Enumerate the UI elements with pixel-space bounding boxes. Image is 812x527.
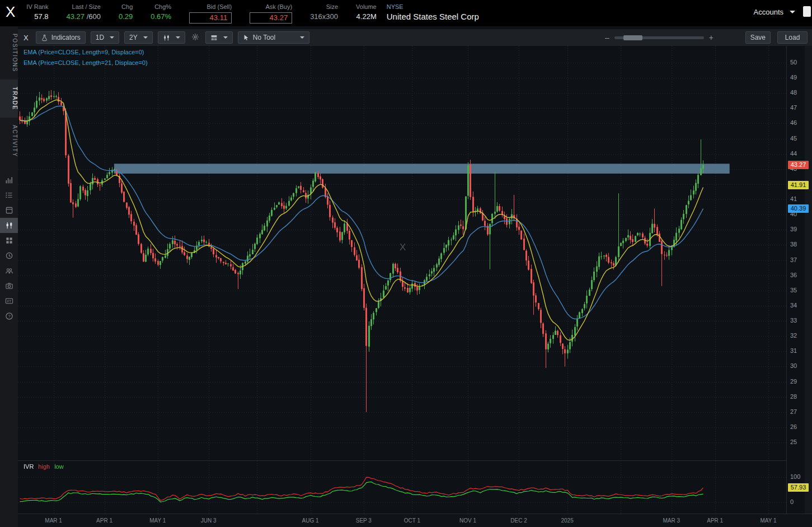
history-icon <box>5 251 13 260</box>
field-value: 316x300 <box>310 12 338 21</box>
study-label-ema21[interactable]: EMA (Price=CLOSE, Length=21, Displace=0) <box>24 59 148 66</box>
sidebar-tool-ft[interactable]: FT <box>0 293 18 309</box>
sidebar-tool-metrics[interactable] <box>0 172 18 188</box>
chart-toolbar: X Indicators 1D 2Y <box>18 29 812 46</box>
sidebar-tool-help[interactable]: ? <box>0 309 18 324</box>
list-icon <box>5 191 13 199</box>
price-tick-25: 25 <box>790 439 797 445</box>
header-field-bid-sell[interactable]: Bid (Sell)43.11 <box>189 3 232 24</box>
ivr-badge: 57.93 <box>788 483 809 492</box>
load-button[interactable]: Load <box>777 31 808 44</box>
ivr-title: IVR <box>24 463 34 470</box>
range-dropdown[interactable]: 2Y <box>124 31 153 44</box>
field-label: Ask (Buy) <box>250 3 292 10</box>
header-field-last-size: Last / Size43.27 /600 <box>66 3 100 24</box>
candles-icon <box>5 221 13 230</box>
price-tick-30: 30 <box>790 362 797 369</box>
exchange-label: NYSE <box>387 3 479 10</box>
price-tick-36: 36 <box>790 272 797 278</box>
ivr-high-label: high <box>38 463 50 470</box>
field-value: 43.11 <box>189 12 232 24</box>
header-field-ask-buy[interactable]: Ask (Buy)43.27 <box>250 3 292 24</box>
titlebar-widget[interactable] <box>803 6 811 17</box>
chart-settings-button[interactable] <box>190 31 200 44</box>
sidebar-tool-list[interactable] <box>0 188 18 203</box>
symbol-ticker: X <box>6 3 15 20</box>
indicators-label: Indicators <box>51 34 81 41</box>
time-label-apr-1: APR 1 <box>88 517 121 524</box>
time-label-jun-3: JUN 3 <box>192 517 226 524</box>
time-label-mar-1: MAR 1 <box>37 517 71 524</box>
left-sidebar: POSITIONSTRADEACTIVITY FT? <box>0 26 18 527</box>
field-label: Last / Size <box>66 3 100 10</box>
price-tick-41: 41 <box>790 195 797 202</box>
price-tick-31: 31 <box>790 347 797 354</box>
zoom-slider[interactable] <box>614 36 704 39</box>
time-label-mar-3: MAR 3 <box>655 517 688 524</box>
layouts-icon <box>210 34 218 41</box>
timeframe-dropdown[interactable]: 1D <box>91 31 119 44</box>
field-value: 43.27 <box>250 12 292 24</box>
zoom-slider-handle[interactable] <box>623 35 642 40</box>
layouts-dropdown[interactable] <box>205 31 233 44</box>
indicators-button[interactable]: Indicators <box>36 31 86 44</box>
zoom-in-button[interactable]: + <box>709 33 714 42</box>
field-label: IV Rank <box>26 3 48 10</box>
sidebar-tool-camera[interactable] <box>0 278 18 293</box>
sidebar-tool-package[interactable] <box>0 203 18 218</box>
header-field-chg: Chg%0.67% <box>151 3 171 24</box>
save-button[interactable]: Save <box>745 31 771 44</box>
price-tick-50: 50 <box>790 59 797 66</box>
sidebar-tab-activity[interactable]: ACTIVITY <box>0 118 18 165</box>
drawing-tool-dropdown[interactable]: No Tool <box>238 31 309 44</box>
field-label: Volume <box>356 3 377 10</box>
price-tick-33: 33 <box>790 317 797 324</box>
price-badge-41.91: 41.91 <box>788 181 809 189</box>
tool-label: No Tool <box>253 34 275 41</box>
price-tick-35: 35 <box>790 287 797 293</box>
header-field-iv-rank: IV Rank57.8 <box>26 3 48 24</box>
time-label-oct-1: OCT 1 <box>395 517 429 524</box>
sidebar-tool-grid[interactable] <box>0 233 18 248</box>
field-label: Bid (Sell) <box>189 3 232 10</box>
price-tick-39: 39 <box>790 226 797 232</box>
ivr-canvas[interactable] <box>18 461 786 513</box>
time-label-may-1: MAY 1 <box>752 517 785 524</box>
sidebar-tools: FT? <box>0 172 18 324</box>
chevron-down-icon <box>176 36 180 39</box>
price-badge-40.39: 40.39 <box>788 204 809 213</box>
field-value: 4.22M <box>356 12 377 21</box>
grid-icon <box>5 236 13 245</box>
camera-icon <box>5 282 13 290</box>
chart-panel: X Indicators 1D 2Y <box>18 26 812 527</box>
sidebar-tool-candles[interactable] <box>0 218 18 233</box>
study-label-ema9[interactable]: EMA (Price=CLOSE, Length=9, Displace=0) <box>24 49 148 55</box>
timeframe-value: 1D <box>96 34 104 41</box>
time-label-nov-1: NOV 1 <box>451 517 485 524</box>
price-tick-34: 34 <box>790 302 797 309</box>
sidebar-tool-people[interactable] <box>0 263 18 278</box>
ft-icon: FT <box>5 297 13 305</box>
price-chart-canvas[interactable] <box>18 46 786 460</box>
zoom-controls: – + <box>605 33 714 42</box>
right-scroll-strip[interactable] <box>805 46 812 514</box>
chart-style-dropdown[interactable] <box>158 31 185 44</box>
sidebar-tab-positions[interactable]: POSITIONS <box>0 26 18 80</box>
zoom-out-button[interactable]: – <box>605 33 609 42</box>
sidebar-tool-history[interactable] <box>0 248 18 263</box>
help-icon: ? <box>5 312 13 320</box>
chevron-down-icon <box>300 36 304 39</box>
time-axis[interactable]: MAR 1APR 1MAY 1JUN 3AUG 1SEP 3OCT 1NOV 1… <box>18 514 812 527</box>
people-icon <box>5 267 13 275</box>
ivr-legend: IVR high low <box>24 463 64 470</box>
ivr-tick-0: 0 <box>790 498 794 505</box>
flask-icon <box>41 34 48 41</box>
sidebar-tab-trade[interactable]: TRADE <box>0 80 18 118</box>
time-label-aug-1: AUG 1 <box>294 517 327 524</box>
price-tick-27: 27 <box>790 408 797 415</box>
company-name: United States Steel Corp <box>387 12 479 21</box>
chart-symbol-tab[interactable]: X <box>24 34 29 42</box>
accounts-menu[interactable]: Accounts <box>754 8 795 16</box>
price-badge-43.27: 43.27 <box>788 161 809 169</box>
price-axis[interactable]: 5049484746454443424140393837363534333231… <box>786 46 812 514</box>
